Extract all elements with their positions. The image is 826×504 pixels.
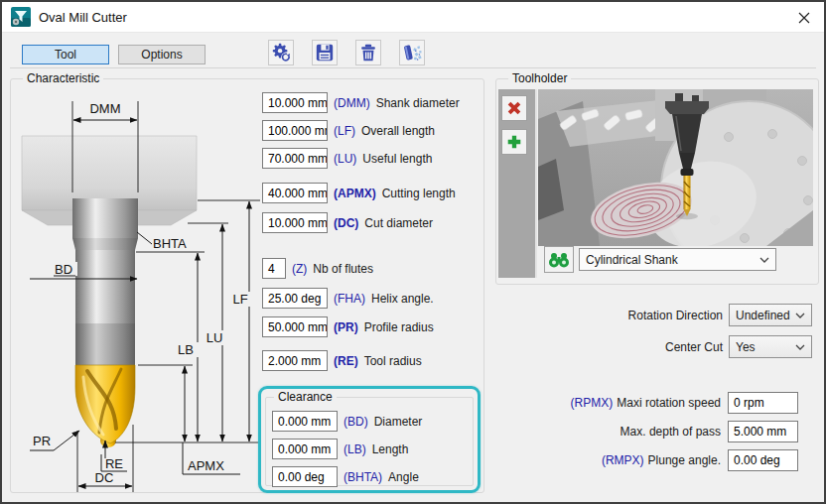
browse-toolholder-button[interactable] (544, 246, 574, 273)
field-code: (BD) (344, 415, 368, 429)
rotation-direction-select[interactable]: Undefined (729, 304, 812, 326)
tool-diagram: DMM BHTA BD LF LU LB PR RE (16, 87, 262, 496)
clearance-group: Clearance 0.000 mm (BD) Diameter 0.000 m… (265, 397, 474, 486)
profile-radius-input[interactable]: 50.000 mm (262, 316, 328, 337)
field-label: Cut diameter (364, 216, 433, 230)
field-useful-length: 70.000 mm (LU) Useful length (262, 148, 432, 169)
clearance-diameter-input[interactable]: 0.000 mm (272, 411, 338, 432)
plunge-angle-input[interactable]: 0.00 deg (728, 449, 798, 471)
toolholder-separator (535, 89, 537, 278)
field-code: (FHA) (334, 292, 365, 306)
field-overall-length: 100.000 mm (LF) Overall length (262, 120, 435, 141)
chevron-down-icon (795, 344, 805, 350)
field-label: Nb of flutes (313, 262, 373, 276)
simulation-button[interactable] (399, 40, 425, 65)
shank-type-select[interactable]: Cylindrical Shank (579, 248, 776, 271)
field-clearance-diameter: 0.000 mm (BD) Diameter (272, 411, 422, 432)
field-clearance-length: 0.000 mm (LB) Length (272, 439, 408, 459)
field-code: (Z) (292, 262, 307, 276)
shank-type-value: Cylindrical Shank (586, 253, 759, 267)
plunge-angle-label: (RMPX) Plunge angle. (526, 453, 721, 467)
field-nb-flutes: 4 (Z) Nb of flutes (262, 258, 373, 279)
diagram-label-bd: BD (55, 262, 72, 277)
field-label: Length (372, 442, 409, 456)
diagram-label-lf: LF (232, 292, 247, 307)
dialog-window: Oval Mill Cutter Tool Options (0, 0, 826, 504)
center-cut-select[interactable]: Yes (729, 335, 812, 358)
cutting-length-input[interactable]: 40.000 mm (262, 183, 328, 203)
window-title: Oval Mill Cutter (39, 10, 127, 25)
center-cut-label: Center Cut (558, 340, 723, 354)
tab-tool[interactable]: Tool (22, 45, 109, 64)
field-cutting-length: 40.000 mm (APMX) Cutting length (262, 183, 456, 203)
field-code: (LF) (334, 124, 355, 138)
field-label: Profile radius (364, 320, 434, 334)
field-label: Angle (388, 470, 419, 484)
field-code: (DMM) (334, 96, 370, 110)
field-code: (PR) (334, 320, 358, 334)
tab-options[interactable]: Options (118, 45, 206, 64)
center-cut-value: Yes (736, 340, 795, 354)
tool-radius-input[interactable]: 2.000 mm (262, 350, 328, 371)
clearance-angle-input[interactable]: 0.00 deg (272, 466, 338, 487)
clearance-highlight: Clearance 0.000 mm (BD) Diameter 0.000 m… (258, 386, 481, 493)
characteristic-legend: Characteristic (23, 71, 103, 85)
field-code: (APMX) (334, 187, 376, 200)
nb-flutes-input[interactable]: 4 (262, 258, 286, 279)
toolholder-legend: Toolholder (508, 71, 571, 85)
field-code: (BHTA) (344, 470, 382, 484)
maxi-rotation-speed-label: (RPMX) Maxi rotation speed (526, 396, 721, 410)
field-tool-radius: 2.000 mm (RE) Tool radius (262, 350, 422, 371)
diagram-label-lu: LU (206, 330, 223, 345)
field-label: Diameter (374, 415, 423, 429)
save-button[interactable] (312, 40, 338, 65)
toolbar-divider (10, 67, 816, 68)
rotation-direction-label: Rotation Direction (558, 309, 723, 322)
app-icon (11, 7, 31, 27)
field-label: Shank diameter (376, 96, 460, 110)
field-code: (LU) (334, 152, 356, 166)
gear-refresh-icon (270, 42, 292, 63)
field-label: Maxi rotation speed (617, 396, 721, 410)
toolholder-preview-image (538, 89, 813, 246)
field-code: (LB) (344, 442, 366, 456)
diagram-label-dmm: DMM (89, 101, 120, 116)
field-clearance-angle: 0.00 deg (BHTA) Angle (272, 466, 419, 487)
field-shank-diameter: 10.000 mm (DMM) Shank diameter (262, 92, 460, 113)
add-toolholder-button[interactable] (501, 129, 527, 155)
add-plus-icon (505, 133, 523, 151)
field-code: (DC) (334, 216, 358, 230)
diagram-label-dc: DC (95, 470, 114, 485)
save-icon (315, 43, 335, 63)
delete-x-icon (505, 99, 523, 117)
maxi-rotation-speed-input[interactable]: 0 rpm (728, 392, 798, 414)
useful-length-input[interactable]: 70.000 mm (262, 148, 328, 169)
field-label: Overall length (361, 124, 435, 138)
close-icon[interactable] (796, 10, 812, 26)
max-depth-of-pass-input[interactable]: 5.000 mm (728, 421, 798, 442)
delete-button[interactable] (355, 40, 381, 65)
diagram-label-pr: PR (33, 434, 51, 448)
clearance-length-input[interactable]: 0.000 mm (272, 439, 338, 459)
field-code: (RMPX) (602, 453, 644, 467)
settings-refresh-button[interactable] (268, 40, 294, 65)
helix-angle-input[interactable]: 25.00 deg (262, 288, 328, 309)
diagram-label-bhta: BHTA (153, 236, 187, 251)
clearance-legend: Clearance (274, 390, 337, 404)
field-helix-angle: 25.00 deg (FHA) Helix angle. (262, 288, 434, 309)
remove-toolholder-button[interactable] (501, 95, 527, 121)
diagram-label-lb: LB (178, 342, 194, 357)
field-code: (RE) (334, 354, 358, 368)
field-label: Cutting length (382, 187, 456, 200)
chevron-down-icon (795, 313, 805, 318)
cut-diameter-input[interactable]: 10.000 mm (262, 212, 328, 233)
binoculars-icon (548, 252, 570, 268)
field-cut-diameter: 10.000 mm (DC) Cut diameter (262, 212, 433, 233)
diagram-label-apmx: APMX (188, 458, 224, 473)
field-label: Plunge angle. (648, 453, 721, 467)
shank-diameter-input[interactable]: 10.000 mm (262, 92, 328, 113)
field-code: (RPMX) (571, 396, 614, 410)
field-label: Max. depth of pass (620, 425, 721, 439)
overall-length-input[interactable]: 100.000 mm (262, 120, 328, 141)
field-label: Helix angle. (371, 292, 434, 306)
